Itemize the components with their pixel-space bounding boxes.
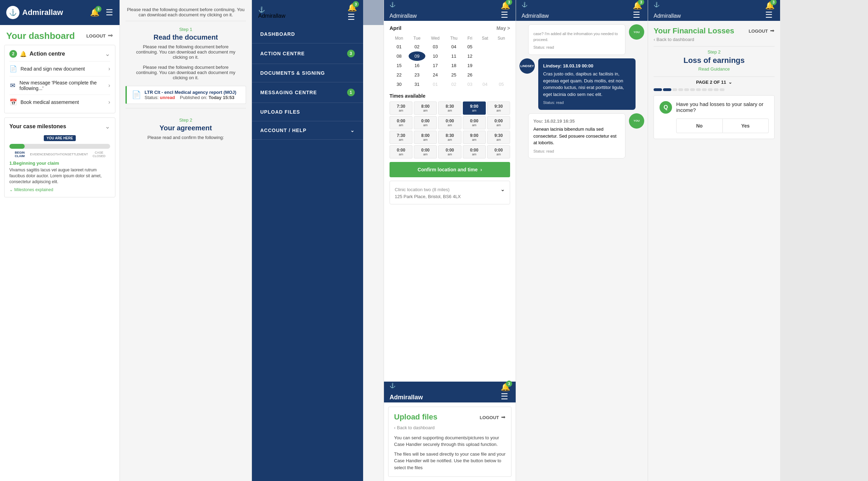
financial-logo: ⚓ Admirallaw bbox=[654, 2, 681, 19]
message-you-2: You: 16.02.19 16:35 Aenean lacinia biben… bbox=[519, 113, 644, 159]
cal-day-selected[interactable]: 09 bbox=[409, 51, 425, 61]
nav-hamburger[interactable]: ☰ bbox=[347, 12, 355, 22]
milestones-link[interactable]: ⌄ Milestones explained bbox=[9, 187, 110, 192]
cal-day[interactable]: 11 bbox=[445, 51, 462, 61]
no-button[interactable]: No bbox=[676, 119, 723, 133]
question-buttons: No Yes bbox=[676, 119, 769, 133]
cal-day[interactable]: 22 bbox=[390, 70, 409, 80]
cal-day[interactable]: 16 bbox=[409, 61, 425, 70]
cal-hamburger[interactable]: ☰ bbox=[501, 10, 508, 19]
cal-nav-next[interactable]: May > bbox=[497, 25, 510, 31]
financial-logo-icon: ⚓ bbox=[654, 2, 665, 13]
cal-day[interactable]: 12 bbox=[462, 51, 477, 61]
confirm-location-button[interactable]: Confirm location and time › bbox=[390, 162, 510, 177]
upload-header: ⚓ Admirallaw 🔔 3 ☰ bbox=[384, 382, 516, 402]
action-item-1[interactable]: ✉ New message 'Please complete the follo… bbox=[9, 76, 110, 95]
time-slot[interactable]: 0:00am bbox=[487, 145, 510, 158]
msg-status: Status: read bbox=[533, 44, 620, 50]
time-slot[interactable]: 8:30am bbox=[438, 131, 461, 144]
cal-day[interactable]: 19 bbox=[462, 61, 477, 70]
financial-title: Your Financial Losses bbox=[654, 26, 734, 35]
avatar-you-2: YOU bbox=[629, 113, 644, 129]
message-you-1: case? I'm added all the infromation you … bbox=[519, 24, 644, 55]
time-slot[interactable]: 0:00am bbox=[487, 116, 510, 129]
cal-day[interactable]: 08 bbox=[390, 51, 409, 61]
time-slot[interactable]: 8:00am bbox=[414, 131, 437, 144]
financial-logout-icon: ⮕ bbox=[770, 28, 775, 34]
time-slot[interactable]: 0:00am bbox=[438, 116, 461, 129]
read-guidance-link[interactable]: Read Guidance bbox=[654, 66, 775, 72]
nav-documents[interactable]: DOCUMENTS & SIGNING bbox=[252, 64, 363, 82]
cal-day[interactable]: 23 bbox=[409, 70, 425, 80]
cal-day[interactable]: 05 bbox=[462, 42, 477, 51]
time-slot[interactable]: 8:30am bbox=[438, 101, 461, 115]
action-centre-chevron[interactable]: ⌄ bbox=[105, 50, 110, 58]
upload-hamburger[interactable]: ☰ bbox=[501, 392, 508, 401]
time-slot-selected[interactable]: 9:00am bbox=[463, 101, 486, 115]
cal-day[interactable]: 15 bbox=[390, 61, 409, 70]
time-slot[interactable]: 7:30am bbox=[390, 131, 412, 144]
panel2-step2: Step 2 Your agreement Please read and co… bbox=[120, 112, 252, 150]
cal-day[interactable]: 02 bbox=[409, 42, 425, 51]
clinic-chevron-icon[interactable]: ⌄ bbox=[500, 186, 505, 193]
financial-logout[interactable]: LOGOUT ⮕ bbox=[748, 28, 775, 34]
progress-bar-fill bbox=[9, 144, 25, 149]
time-slot[interactable]: 9:30am bbox=[487, 101, 510, 115]
cal-day[interactable]: 17 bbox=[425, 61, 445, 70]
upload-logout[interactable]: LOGOUT ⮕ bbox=[480, 415, 506, 420]
time-slot[interactable]: 0:00am bbox=[390, 116, 412, 129]
financial-bell[interactable]: 🔔 3 bbox=[765, 1, 775, 10]
nav-action-centre[interactable]: ACTION CENTRE 3 bbox=[252, 43, 363, 64]
cal-day[interactable]: 18 bbox=[445, 61, 462, 70]
cal-day[interactable]: 25 bbox=[445, 70, 462, 80]
page-indicator[interactable]: PAGE 2 OF 11 ⌄ bbox=[654, 80, 775, 85]
nav-messaging[interactable]: MESSAGING CENTRE 1 bbox=[252, 82, 363, 103]
nav-bell[interactable]: 🔔 3 bbox=[347, 3, 357, 12]
times-available-label: Times available bbox=[390, 93, 510, 99]
time-slot[interactable]: 0:00am bbox=[463, 116, 486, 129]
milestones-chevron[interactable]: ⌄ bbox=[105, 123, 110, 130]
action-item-2[interactable]: 📅 Book medical assemement › bbox=[9, 95, 110, 109]
panel2-file-item[interactable]: 📄 LTR Clt - encl Medical agency report (… bbox=[125, 86, 246, 104]
cal-day[interactable]: 31 bbox=[409, 80, 425, 89]
messages-container: case? I'm added all the infromation you … bbox=[516, 21, 648, 481]
nav-dashboard[interactable]: DASHBOARD bbox=[252, 25, 363, 43]
time-slot[interactable]: 0:00am bbox=[414, 116, 437, 129]
action-item-0[interactable]: 📄 Read and sign new document › bbox=[9, 61, 110, 76]
upload-back-link[interactable]: ‹ Back to dashboard bbox=[394, 425, 506, 430]
msg-hamburger[interactable]: ☰ bbox=[633, 10, 640, 19]
msg-status-2: Status: read bbox=[533, 148, 620, 154]
logout-button[interactable]: LOGOUT ⮕ bbox=[86, 33, 113, 39]
panel-financial-losses: ⚓ Admirallaw 🔔 3 ☰ Your Financial Losses… bbox=[648, 0, 780, 481]
cal-day[interactable]: 04 bbox=[445, 42, 462, 51]
financial-hamburger[interactable]: ☰ bbox=[765, 10, 773, 19]
cal-day[interactable]: 03 bbox=[425, 42, 445, 51]
time-slot[interactable]: 0:00am bbox=[463, 145, 486, 158]
time-slot[interactable]: 8:00am bbox=[414, 101, 437, 115]
time-slot[interactable]: 9:30am bbox=[487, 131, 510, 144]
time-slot[interactable]: 0:00am bbox=[438, 145, 461, 158]
confirm-chevron-icon: › bbox=[481, 167, 482, 172]
upload-bell[interactable]: 🔔 3 bbox=[501, 383, 510, 392]
financial-back-link[interactable]: ‹ Back to dashboard bbox=[654, 37, 775, 42]
cal-bell[interactable]: 🔔 3 bbox=[501, 1, 510, 10]
cal-day[interactable]: 30 bbox=[390, 80, 409, 89]
milestones-steps: BEGIN CLAIM EVIDENCE NEGOTIATION SETTLEM… bbox=[9, 151, 110, 158]
cal-day[interactable]: 24 bbox=[425, 70, 445, 80]
yes-button[interactable]: Yes bbox=[723, 119, 769, 133]
time-slot[interactable]: 9:00am bbox=[463, 131, 486, 144]
bell-button[interactable]: 🔔 3 bbox=[90, 8, 99, 17]
nav-account-help[interactable]: ACCOUNT / HELP ⌄ bbox=[252, 121, 363, 140]
msg-logo-icon: ⚓ bbox=[522, 2, 533, 13]
msg-bell[interactable]: 🔔 3 bbox=[633, 1, 642, 10]
financial-divider bbox=[654, 46, 775, 47]
time-slot[interactable]: 0:00am bbox=[414, 145, 437, 158]
avatar-you-1: YOU bbox=[629, 24, 644, 40]
hamburger-menu[interactable]: ☰ bbox=[106, 8, 113, 17]
cal-day[interactable]: 26 bbox=[462, 70, 477, 80]
nav-upload[interactable]: UPLOAD FILES bbox=[252, 103, 363, 121]
cal-day[interactable]: 10 bbox=[425, 51, 445, 61]
time-slot[interactable]: 0:00am bbox=[390, 145, 412, 158]
time-slot[interactable]: 7:30am bbox=[390, 101, 412, 115]
cal-day[interactable]: 01 bbox=[390, 42, 409, 51]
